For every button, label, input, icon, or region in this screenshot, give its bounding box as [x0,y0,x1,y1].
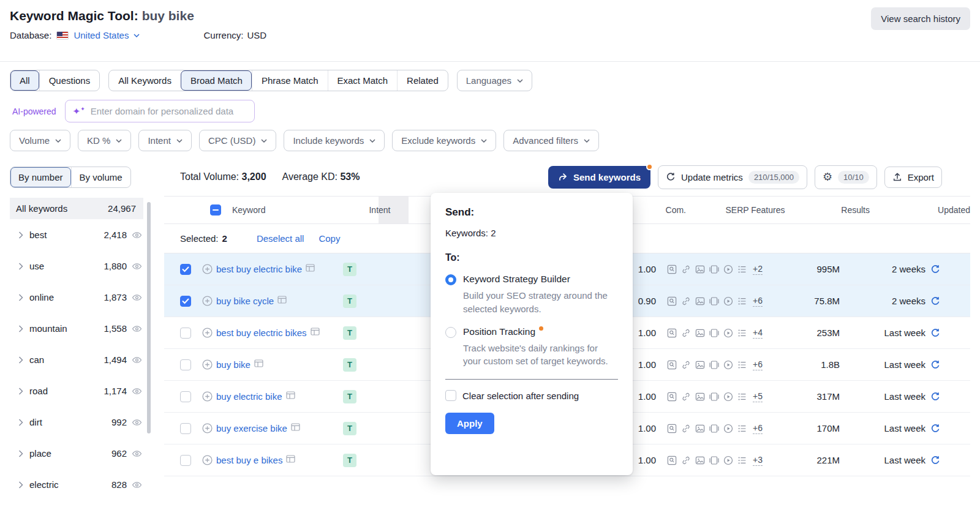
row-checkbox[interactable] [180,264,191,275]
by-number-toggle[interactable]: By number [10,167,71,187]
keyword-group-item[interactable]: use 1,880 [10,250,143,282]
select-all-checkbox[interactable] [210,204,221,216]
clear-selection-checkbox[interactable] [445,390,456,401]
refresh-row-icon[interactable] [930,456,940,465]
eye-icon[interactable] [132,324,142,333]
header-competition[interactable]: Com. [636,205,686,215]
tab-broad-match[interactable]: Broad Match [181,70,252,91]
radio-keyword-strategy-builder[interactable] [445,274,456,285]
by-volume-toggle[interactable]: By volume [71,167,130,187]
languages-dropdown[interactable]: Languages [457,70,532,91]
tab-all-keywords[interactable]: All Keywords [109,70,181,91]
all-keywords-row[interactable]: All keywords 24,967 [10,198,143,219]
sidebar-scrollbar[interactable] [147,202,151,433]
keyword-link[interactable]: buy exercise bike [216,422,287,435]
header-serp-features[interactable]: SERP Features [697,205,813,215]
add-keyword-icon[interactable] [202,296,213,306]
serp-more-count[interactable]: +4 [753,328,763,339]
tab-related[interactable]: Related [397,70,448,91]
filter-volume[interactable]: Volume [10,130,70,151]
keyword-group-item[interactable]: electric 828 [10,469,143,500]
header-intent[interactable]: Intent [358,205,402,215]
serp-more-count[interactable]: +5 [753,391,763,402]
domain-input[interactable] [91,106,247,116]
keyword-link[interactable]: buy bike [216,358,251,372]
eye-icon[interactable] [132,231,142,239]
serp-snapshot-icon[interactable] [306,264,315,272]
tab-exact-match[interactable]: Exact Match [328,70,398,91]
serp-snapshot-icon[interactable] [311,328,320,336]
tab-all[interactable]: All [10,70,39,91]
export-button[interactable]: Export [884,167,942,188]
deselect-all-link[interactable]: Deselect all [257,233,304,244]
tab-questions[interactable]: Questions [39,70,100,91]
refresh-row-icon[interactable] [930,424,940,433]
domain-input-wrap[interactable]: ✦✦ [65,100,255,122]
keyword-link[interactable]: buy bike cycle [216,294,274,308]
filter-exclude-keywords[interactable]: Exclude keywords [392,130,496,151]
row-checkbox[interactable] [180,359,191,370]
serp-snapshot-icon[interactable] [286,455,295,463]
filter-intent[interactable]: Intent [138,130,192,151]
keyword-link[interactable]: best buy electric bikes [216,326,307,340]
eye-icon[interactable] [132,449,142,458]
copy-link[interactable]: Copy [318,233,340,244]
keyword-link[interactable]: best buy electric bike [216,263,302,276]
add-keyword-icon[interactable] [202,264,213,274]
add-keyword-icon[interactable] [202,455,213,465]
add-keyword-icon[interactable] [202,423,213,433]
refresh-row-icon[interactable] [930,296,940,306]
header-updated[interactable]: Updated [878,205,970,215]
serp-more-count[interactable]: +6 [753,423,763,434]
keyword-group-item[interactable]: dirt 992 [10,407,143,438]
refresh-row-icon[interactable] [930,328,940,338]
keyword-group-item[interactable]: online 1,873 [10,282,143,313]
keyword-group-item[interactable]: mountain 1,558 [10,313,143,344]
header-keyword[interactable]: Keyword [232,204,358,216]
send-keywords-button[interactable]: Send keywords [548,166,650,189]
row-checkbox[interactable] [180,391,191,402]
serp-snapshot-icon[interactable] [277,296,287,304]
row-checkbox[interactable] [180,296,191,307]
serp-snapshot-icon[interactable] [291,423,300,431]
serp-more-count[interactable]: +3 [753,455,763,466]
keyword-link[interactable]: best buy e bikes [216,454,282,467]
row-checkbox[interactable] [180,328,191,339]
option-keyword-strategy-builder[interactable]: Keyword Strategy Builder Build your SEO … [445,274,618,316]
filter-cpc[interactable]: CPC (USD) [199,130,277,151]
keyword-link[interactable]: buy electric bike [216,390,282,403]
tab-phrase-match[interactable]: Phrase Match [252,70,328,91]
add-keyword-icon[interactable] [202,391,213,402]
eye-icon[interactable] [132,293,142,302]
serp-more-count[interactable]: +6 [753,296,763,307]
row-checkbox[interactable] [180,423,191,434]
serp-more-count[interactable]: +2 [753,264,763,275]
serp-snapshot-icon[interactable] [286,391,295,399]
eye-icon[interactable] [132,418,142,427]
option-position-tracking[interactable]: Position Tracking Track website's daily … [445,326,618,369]
keyword-group-item[interactable]: can 1,494 [10,344,143,375]
apply-button[interactable]: Apply [445,413,494,434]
clear-selection-row[interactable]: Clear selection after sending [445,390,618,401]
metrics-settings-button[interactable]: ⚙ 10/10 [815,165,877,189]
serp-snapshot-icon[interactable] [254,359,263,367]
eye-icon[interactable] [132,387,142,396]
database-selector[interactable]: United States [74,30,129,40]
view-search-history-button[interactable]: View search history [871,7,970,30]
chevron-down-icon[interactable] [134,34,140,37]
filter-kd[interactable]: KD % [78,130,131,151]
refresh-row-icon[interactable] [930,360,940,370]
header-results[interactable]: Results [813,205,870,215]
filter-include-keywords[interactable]: Include keywords [284,130,385,151]
keyword-group-item[interactable]: best 2,418 [10,219,143,250]
keyword-group-item[interactable]: place 962 [10,438,143,469]
add-keyword-icon[interactable] [202,328,213,338]
update-metrics-button[interactable]: Update metrics 210/15,000 [658,165,807,189]
row-checkbox[interactable] [180,455,191,466]
refresh-row-icon[interactable] [930,392,940,402]
radio-position-tracking[interactable] [445,327,456,338]
serp-more-count[interactable]: +6 [753,359,763,370]
filter-advanced[interactable]: Advanced filters [503,130,599,151]
keyword-group-item[interactable]: road 1,174 [10,375,143,407]
eye-icon[interactable] [132,262,142,271]
